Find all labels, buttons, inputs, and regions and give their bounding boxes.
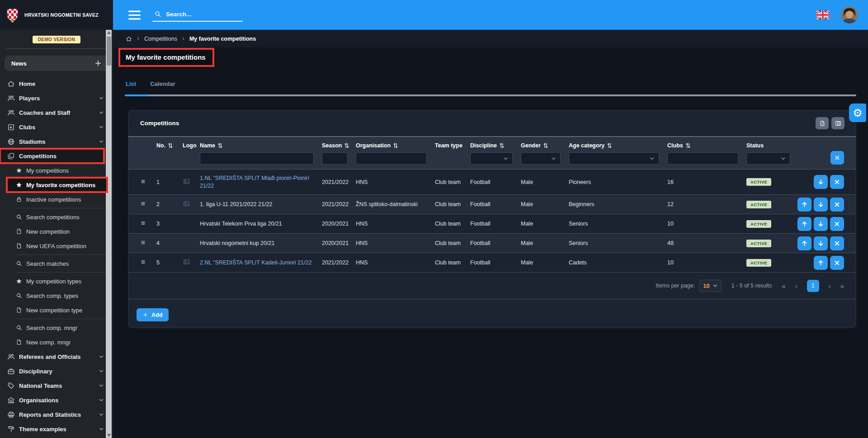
filter-select-discipline[interactable]	[470, 152, 513, 165]
sidebar-item-administration[interactable]: Administration	[0, 436, 113, 438]
sidebar-item-home[interactable]: Home	[0, 76, 113, 91]
sort-icon[interactable]	[607, 143, 612, 148]
column-label[interactable]: Name	[200, 141, 322, 150]
scroll-down-arrow-icon[interactable]	[107, 434, 111, 437]
move-up-button[interactable]	[797, 198, 811, 212]
next-page-button[interactable]: ›	[829, 283, 831, 289]
sidebar-item-new-competition-type[interactable]: New competition type	[0, 303, 113, 317]
sort-icon[interactable]	[218, 143, 222, 148]
drag-handle-icon[interactable]	[140, 201, 146, 206]
sort-icon[interactable]	[543, 143, 548, 148]
move-up-button[interactable]	[797, 217, 811, 231]
competition-name-link[interactable]: 1. liga U-11 2021/2022 21/22	[200, 201, 280, 207]
sort-icon[interactable]	[168, 143, 173, 148]
column-label[interactable]: Discipline	[470, 141, 521, 150]
competition-name-link[interactable]: Hrvatski nogometni kup 20/21	[200, 240, 283, 246]
first-page-button[interactable]: «	[782, 283, 785, 289]
home-icon[interactable]	[126, 36, 132, 42]
column-layout-button[interactable]	[831, 117, 844, 129]
competition-name-link[interactable]: Hrvatski Telekom Prva liga 20/21	[200, 221, 290, 227]
remove-favorite-button[interactable]	[830, 198, 844, 212]
sidebar-item-search-comp-mngr[interactable]: Search comp. mngr	[0, 320, 113, 335]
sort-icon[interactable]	[344, 143, 349, 148]
competition-name-link[interactable]: 2.NL "SREDIŠTA SPLIT Kadeti-Juniori 21/2…	[200, 259, 320, 266]
sidebar-item-organisations[interactable]: Organisations	[0, 393, 113, 407]
column-label[interactable]: Clubs	[667, 141, 746, 150]
sidebar-item-disciplinary[interactable]: Disciplinary	[0, 364, 113, 378]
hamburger-menu-icon[interactable]	[128, 10, 141, 20]
tab-calendar[interactable]: Calendar	[150, 80, 175, 87]
sort-icon[interactable]	[393, 143, 398, 148]
column-label[interactable]: Organisation	[356, 141, 435, 150]
news-button[interactable]: News	[5, 56, 108, 71]
current-page-button[interactable]: 1	[807, 280, 819, 292]
column-label[interactable]: Age category	[569, 141, 667, 150]
move-up-button[interactable]	[797, 236, 811, 250]
sidebar-item-reports-and-statistics[interactable]: Reports and Statistics	[0, 407, 113, 422]
sidebar-item-stadiums[interactable]: Stadiums	[0, 134, 113, 149]
filter-input-organisation[interactable]	[356, 152, 427, 165]
filter-input-name[interactable]	[200, 152, 314, 165]
competition-name-link[interactable]: 1.NL "SREDIŠTA SPLIT Mlađi pioniri-Pioni…	[200, 175, 309, 189]
sidebar-item-my-competition-types[interactable]: My competition types	[0, 274, 113, 288]
sort-icon[interactable]	[500, 143, 504, 148]
sidebar-item-clubs[interactable]: Clubs	[0, 120, 113, 134]
previous-page-button[interactable]: ‹	[795, 283, 797, 289]
add-news-icon[interactable]	[94, 60, 102, 67]
sidebar-item-new-comp-mngr[interactable]: New comp. mngr	[0, 335, 113, 349]
sidebar-item-national-teams[interactable]: National Teams	[0, 378, 113, 393]
sidebar-item-search-comp-types[interactable]: Search comp. types	[0, 288, 113, 303]
drag-handle-icon[interactable]	[140, 179, 146, 184]
tab-list[interactable]: List	[126, 80, 136, 87]
clear-filters-button[interactable]	[830, 151, 844, 165]
sidebar-item-players[interactable]: Players	[0, 91, 113, 105]
user-avatar[interactable]	[841, 6, 858, 24]
file-export-button[interactable]	[816, 117, 829, 129]
remove-favorite-button[interactable]	[830, 175, 844, 189]
drag-handle-icon[interactable]	[140, 221, 146, 226]
sidebar-item-search-competitions[interactable]: Search competitions	[0, 210, 113, 224]
move-down-button[interactable]	[814, 217, 828, 231]
settings-gear-button[interactable]: ⚙	[849, 104, 866, 122]
column-label[interactable]: Gender	[521, 141, 569, 150]
move-down-button[interactable]	[814, 175, 828, 189]
drag-handle-icon[interactable]	[140, 259, 146, 264]
move-down-button[interactable]	[814, 236, 828, 250]
sidebar-item-theme-examples[interactable]: Theme examples	[0, 422, 113, 436]
filter-select-age_category[interactable]	[569, 152, 659, 165]
drag-handle-icon[interactable]	[140, 240, 146, 245]
add-button[interactable]: Add	[137, 308, 169, 321]
search-input[interactable]	[166, 11, 229, 18]
column-label[interactable]: Season	[322, 141, 356, 150]
filter-input-clubs[interactable]	[667, 152, 738, 165]
remove-favorite-button[interactable]	[830, 217, 844, 231]
filter-input-season[interactable]	[322, 152, 348, 165]
sidebar-item-coaches-and-staff[interactable]: Coaches and Staff	[0, 105, 113, 120]
scrollbar-thumb[interactable]	[107, 37, 111, 66]
sidebar-item-search-matches[interactable]: Search matches	[0, 256, 113, 271]
sidebar-item-competitions[interactable]: Competitions	[0, 149, 104, 163]
sidebar-item-new-competition[interactable]: New competition	[0, 224, 113, 239]
global-search[interactable]	[152, 8, 243, 22]
last-page-button[interactable]: »	[840, 283, 844, 289]
filter-select-gender[interactable]	[521, 152, 561, 165]
move-down-button[interactable]	[814, 198, 828, 212]
status-badge: ACTIVE	[746, 201, 771, 208]
breadcrumb-item-competitions[interactable]: Competitions	[144, 36, 177, 42]
scroll-up-arrow-icon[interactable]	[107, 31, 111, 34]
sidebar-item-my-competitions[interactable]: My competitions	[0, 163, 113, 178]
column-label[interactable]: No.	[156, 141, 183, 150]
breadcrumb-item-my-favorite-competitions[interactable]: My favorite competitions	[189, 36, 256, 42]
sidebar-item-referees-and-officials[interactable]: Referees and Officials	[0, 349, 113, 364]
remove-favorite-button[interactable]	[830, 256, 844, 270]
sort-icon[interactable]	[686, 143, 690, 148]
sidebar-scrollbar[interactable]	[106, 30, 112, 438]
sidebar-item-my-favorite-competitions[interactable]: My favorite competitions	[7, 178, 107, 192]
remove-favorite-button[interactable]	[830, 236, 844, 250]
filter-select-status[interactable]	[746, 152, 790, 165]
sidebar-item-new-uefa-competition[interactable]: New UEFA competition	[0, 239, 113, 253]
sidebar-item-inactive-competitions[interactable]: Inactive competitions	[0, 192, 113, 207]
language-flag-icon[interactable]	[816, 10, 830, 19]
move-up-button[interactable]	[814, 256, 828, 270]
items-per-page-select[interactable]: 10	[699, 280, 721, 292]
